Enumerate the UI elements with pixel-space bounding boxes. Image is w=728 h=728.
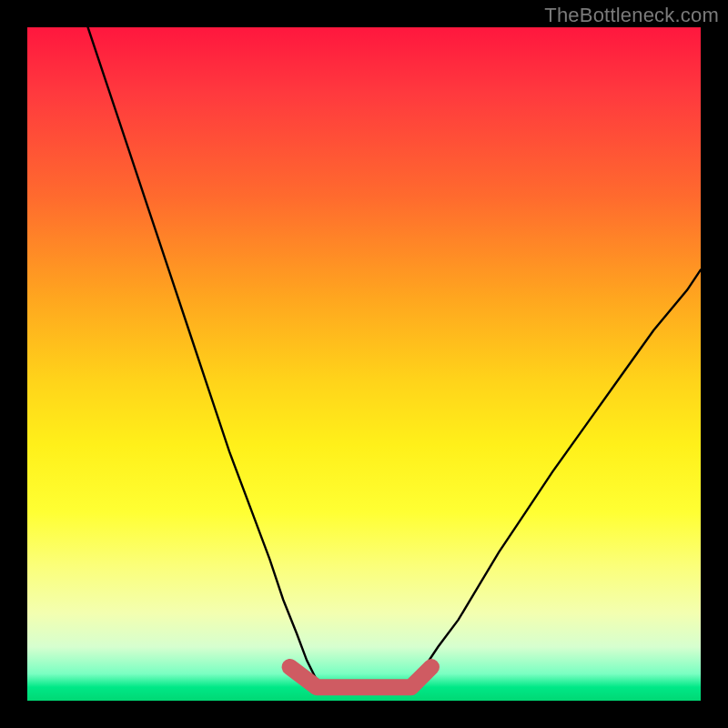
curve-right-path xyxy=(411,269,701,680)
chart-frame: TheBottleneck.com xyxy=(0,0,728,728)
chart-svg xyxy=(27,27,701,701)
curve-left-path xyxy=(88,27,318,681)
plot-area xyxy=(27,27,701,701)
watermark-text: TheBottleneck.com xyxy=(544,4,719,27)
